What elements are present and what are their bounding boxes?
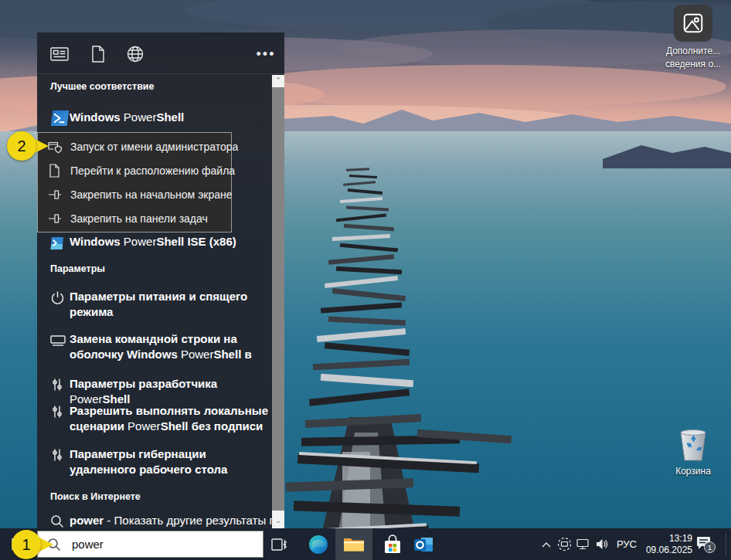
sliders-icon [50,448,70,462]
scrollbar-thumb[interactable] [272,87,284,511]
result-windows-powershell[interactable]: Windows PowerShell [37,105,272,130]
callout-number: 1 [12,530,41,559]
recycle-bin-icon [675,426,711,463]
notification-count: 1 [708,543,712,552]
file-explorer-button[interactable] [335,528,372,560]
result-hibernate-setting[interactable]: Параметры гибернации удаленного рабочего… [37,446,272,477]
language-indicator[interactable]: РУС [614,528,640,560]
time-label: 13:19 [646,533,692,545]
store-button[interactable] [380,528,405,560]
search-icon [50,514,70,528]
search-input[interactable] [72,538,226,551]
notification-icon: 1 [696,535,716,554]
action-center-button[interactable]: 1 [692,528,720,560]
result-developer-settings[interactable]: Параметры разработчика PowerShell [37,376,272,407]
section-settings: Параметры [50,263,105,274]
outlook-icon [413,535,434,554]
search-filter-bar: ••• [37,32,284,74]
clock[interactable]: 13:19 09.06.2025 [646,528,692,560]
cast-icon [557,537,572,552]
panel-scrollbar[interactable]: ⌃ ⌄ [272,75,284,531]
callout-number: 2 [7,131,36,161]
image-file-icon [674,5,712,42]
file-explorer-icon [343,536,365,553]
result-power-sleep-settings[interactable]: Параметры питания и спящего режима [37,289,272,320]
result-cmd-replace-setting[interactable]: Замена командной строки на оболочку Wind… [37,331,272,362]
powershell-ise-icon [50,236,70,250]
desktop-icon-label: Корзина [658,465,729,478]
menu-item-run-as-admin[interactable]: Запуск от имени администратора [38,134,231,158]
desktop-icon-label: Дополните... [658,45,729,58]
apps-filter-icon[interactable] [49,43,70,65]
context-menu: Запуск от имени администратора Перейти к… [37,132,232,232]
scrollbar-down-icon[interactable]: ⌄ [272,515,284,528]
menu-item-pin-to-start[interactable]: Закрепить на начальном экране [38,182,231,206]
store-icon [383,535,402,555]
desktop-icon-recycle-bin[interactable]: Корзина [658,426,729,478]
file-location-icon [48,164,63,178]
network-tray-button[interactable] [574,528,591,560]
web-filter-icon[interactable] [124,43,146,65]
taskbar: РУС 13:19 09.06.2025 1 [0,528,731,560]
result-powershell-ise[interactable]: Windows PowerShell ISE (x86) [37,234,272,250]
sliders-icon [50,378,70,392]
tray-expand-button[interactable] [539,528,554,560]
search-results-panel: ••• Лучшее соответствие Windows PowerShe… [37,32,284,531]
network-icon [576,538,590,551]
more-filter-icon[interactable]: ••• [255,43,277,65]
cast-tray-button[interactable] [556,528,573,560]
taskbar-search-box[interactable] [37,531,264,558]
chevron-up-icon [542,541,551,548]
scrollbar-up-icon[interactable]: ⌃ [272,75,284,87]
show-desktop-separator[interactable] [726,533,726,555]
volume-tray-button[interactable] [593,528,611,560]
documents-filter-icon[interactable] [87,43,109,65]
result-local-scripts-setting[interactable]: Разрешить выполнять локальные сценарии P… [37,403,272,434]
volume-icon [595,538,610,551]
power-icon [50,290,70,305]
sliders-icon [50,405,70,419]
outlook-button[interactable] [411,528,436,560]
pin-to-start-icon [48,188,63,202]
callout-step-2: 2 [7,131,55,161]
date-label: 09.06.2025 [646,545,692,556]
desktop-icon-label: сведения о... [658,58,729,71]
section-best-match: Лучшее соответствие [50,81,154,92]
section-web-search: Поиск в Интернете [50,491,141,502]
powershell-icon [50,107,70,130]
console-icon [50,335,70,346]
pin-to-taskbar-icon [48,212,63,226]
result-web-search[interactable]: power - Показать другие результаты поиск… [37,513,272,528]
task-view-button[interactable] [267,528,291,560]
menu-item-open-file-location[interactable]: Перейти к расположению файла [38,158,231,182]
menu-item-pin-to-taskbar[interactable]: Закрепить на панели задач [38,206,231,230]
task-view-icon [270,536,287,553]
edge-icon [308,535,328,555]
edge-button[interactable] [306,528,331,560]
callout-step-1: 1 [12,530,60,559]
desktop-icon-info-file[interactable]: Дополните... сведения о... [658,5,729,71]
